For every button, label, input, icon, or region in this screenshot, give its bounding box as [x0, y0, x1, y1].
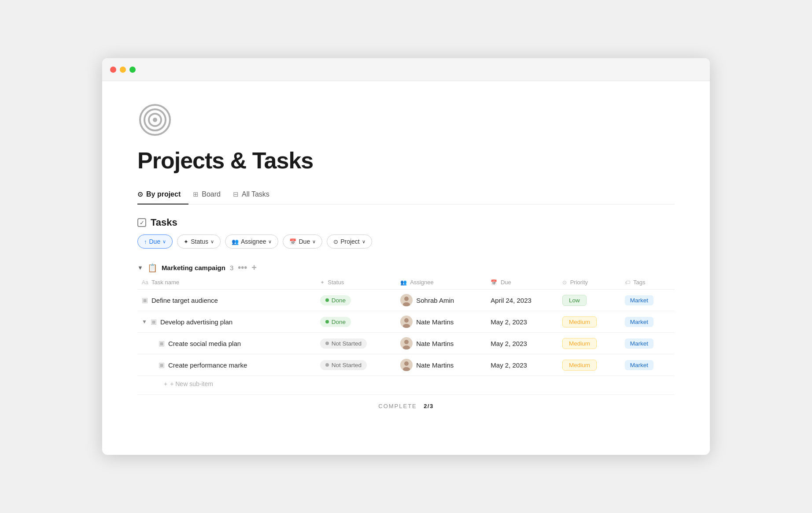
col-header-name: Aa Task name	[137, 276, 316, 290]
tab-all-tasks[interactable]: ⊟ All Tasks	[233, 186, 277, 204]
project-chevron-icon: ∨	[362, 239, 365, 245]
task-priority-cell: Low	[558, 290, 620, 311]
task-due-cell: May 2, 2023	[486, 354, 558, 376]
minimize-button[interactable]	[120, 67, 126, 73]
due-arrow-icon: ↑	[144, 238, 147, 245]
assignee-name: Sohrab Amin	[416, 297, 454, 304]
task-type-icon: ▣	[142, 296, 148, 304]
task-name-cell-row2: ▼▣Develop advertising plan	[137, 311, 316, 333]
priority-badge[interactable]: Low	[562, 295, 587, 306]
status-chevron-icon: ∨	[210, 239, 214, 245]
svg-point-3	[153, 118, 157, 122]
group-actions: ••• +	[238, 263, 257, 273]
filter-assignee[interactable]: 👥 Assignee ∨	[225, 234, 279, 249]
table-row[interactable]: ▣Define target audienceDoneSohrab AminAp…	[137, 290, 675, 311]
task-name-cell-row1: ▣Define target audience	[137, 290, 316, 311]
svg-point-14	[404, 361, 409, 366]
complete-fraction: 2/3	[424, 403, 434, 409]
priority-badge[interactable]: Medium	[562, 316, 597, 327]
tag-badge[interactable]: Market	[625, 338, 653, 349]
col-header-status: ✦ Status	[316, 276, 396, 290]
status-dot-icon	[325, 363, 329, 367]
tag-badge[interactable]: Market	[625, 360, 653, 370]
task-assignee-cell: Nate Martins	[396, 333, 486, 354]
assignee-name: Nate Martins	[416, 361, 454, 369]
section-checkbox[interactable]: ✓	[137, 218, 146, 227]
group-toggle-icon[interactable]: ▼	[137, 264, 143, 271]
table-row[interactable]: ▼▣Develop advertising planDoneNate Marti…	[137, 311, 675, 333]
filter-status[interactable]: ✦ Status ∨	[177, 234, 221, 249]
task-tags-cell: Market	[620, 354, 675, 376]
tab-bar: ⊙ By project ⊞ Board ⊟ All Tasks	[137, 186, 675, 204]
task-status-cell: Done	[316, 311, 396, 333]
task-type-icon: ▣	[151, 318, 157, 326]
status-badge[interactable]: Done	[320, 317, 351, 327]
task-assignee-cell: Sohrab Amin	[396, 290, 486, 311]
table-row[interactable]: ▣Create social media planNot StartedNate…	[137, 333, 675, 354]
tab-by-project[interactable]: ⊙ By project	[137, 186, 188, 204]
maximize-button[interactable]	[129, 67, 136, 73]
tab-board[interactable]: ⊞ Board	[193, 186, 229, 204]
group-count: 3	[230, 264, 233, 271]
task-status-cell: Done	[316, 290, 396, 311]
complete-bar: COMPLETE 2/3	[137, 394, 675, 409]
filter-due[interactable]: ↑ Due ∨	[137, 234, 173, 249]
due2-filter-icon: 📅	[289, 238, 296, 245]
new-subitem-plus-icon: +	[164, 380, 167, 387]
task-tags-cell: Market	[620, 311, 675, 333]
status-badge[interactable]: Done	[320, 295, 351, 305]
group-header: ▼ 📋 Marketing campaign 3 ••• +	[137, 258, 675, 276]
row-toggle-icon[interactable]: ▼	[142, 319, 147, 325]
titlebar	[102, 58, 710, 81]
filter-due2[interactable]: 📅 Due ∨	[283, 234, 322, 249]
due2-chevron-icon: ∨	[312, 239, 316, 245]
group-emoji: 📋	[148, 263, 157, 273]
group-more-icon[interactable]: •••	[238, 263, 247, 273]
table-row[interactable]: ▣Create performance markeNot StartedNate…	[137, 354, 675, 376]
svg-point-5	[404, 297, 409, 301]
task-status-cell: Not Started	[316, 354, 396, 376]
group-name: Marketing campaign	[162, 264, 225, 271]
assignee-name: Nate Martins	[416, 318, 454, 326]
task-tags-cell: Market	[620, 290, 675, 311]
task-priority-cell: Medium	[558, 333, 620, 354]
avatar	[400, 294, 413, 306]
avatar	[400, 359, 413, 371]
task-due-cell: April 24, 2023	[486, 290, 558, 311]
due-chevron-icon: ∨	[162, 239, 166, 245]
status-filter-icon: ✦	[184, 238, 188, 245]
main-content: Projects & Tasks ⊙ By project ⊞ Board ⊟ …	[102, 81, 710, 455]
app-window: Projects & Tasks ⊙ By project ⊞ Board ⊟ …	[102, 58, 710, 455]
by-project-icon: ⊙	[137, 190, 143, 198]
task-name-label: Develop advertising plan	[160, 318, 233, 326]
task-due-cell: May 2, 2023	[486, 311, 558, 333]
col-header-tags: 🏷 Tags	[620, 276, 675, 290]
all-tasks-icon: ⊟	[233, 190, 239, 198]
status-badge[interactable]: Not Started	[320, 338, 367, 349]
task-name-label: Create performance marke	[168, 361, 247, 369]
board-icon: ⊞	[193, 190, 199, 198]
close-button[interactable]	[110, 67, 116, 73]
task-name-cell-row4: ▣Create performance marke	[137, 354, 316, 376]
status-badge[interactable]: Not Started	[320, 360, 367, 370]
svg-point-8	[404, 318, 409, 323]
filter-bar: ↑ Due ∨ ✦ Status ∨ 👥 Assignee ∨ 📅 Due ∨ …	[137, 234, 675, 249]
task-type-icon: ▣	[159, 361, 165, 369]
task-status-cell: Not Started	[316, 333, 396, 354]
page-title: Projects & Tasks	[137, 147, 675, 174]
section-title: Tasks	[151, 217, 177, 228]
priority-badge[interactable]: Medium	[562, 360, 597, 371]
filter-project[interactable]: ⊙ Project ∨	[327, 234, 372, 249]
task-due-cell: May 2, 2023	[486, 333, 558, 354]
svg-point-11	[404, 340, 409, 344]
group-add-icon[interactable]: +	[251, 263, 257, 273]
assignee-name: Nate Martins	[416, 340, 454, 347]
task-priority-cell: Medium	[558, 354, 620, 376]
status-dot-icon	[325, 320, 329, 323]
tag-badge[interactable]: Market	[625, 295, 653, 305]
priority-badge[interactable]: Medium	[562, 338, 597, 349]
new-subitem-button[interactable]: + + New sub-item	[137, 376, 675, 392]
task-name-label: Define target audience	[151, 297, 218, 304]
task-priority-cell: Medium	[558, 311, 620, 333]
tag-badge[interactable]: Market	[625, 317, 653, 327]
